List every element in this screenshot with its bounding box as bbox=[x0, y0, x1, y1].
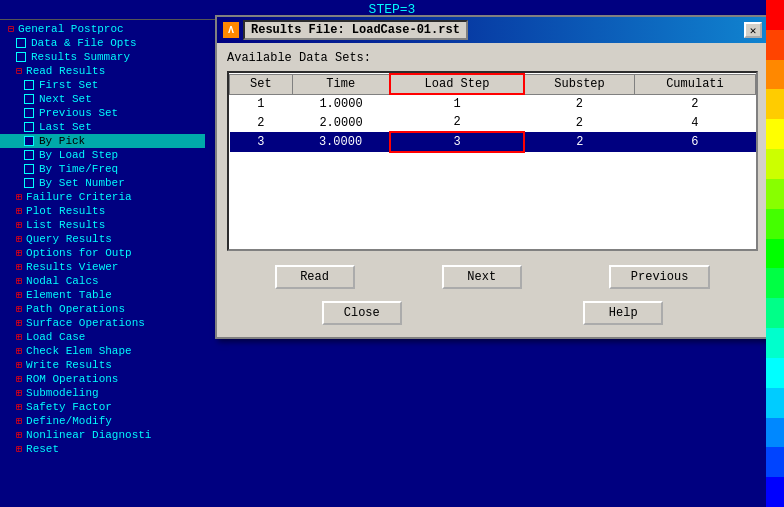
sidebar-label-11: By Set Number bbox=[39, 177, 125, 189]
sidebar-item-30[interactable]: ⊞Reset bbox=[0, 442, 205, 456]
close-button-bottom[interactable]: Close bbox=[322, 301, 402, 325]
dialog-titlebar: Λ Results File: LoadCase-01.rst ✕ bbox=[217, 17, 768, 43]
col-set: Set bbox=[230, 74, 293, 94]
col-cumulative: Cumulati bbox=[634, 74, 755, 94]
sidebar-item-24[interactable]: ⊞Write Results bbox=[0, 358, 205, 372]
sidebar-label-1: Data & File Opts bbox=[31, 37, 137, 49]
sidebar-item-4[interactable]: First Set bbox=[0, 78, 205, 92]
colorbar-segment bbox=[766, 268, 784, 298]
cell-2-2: 3 bbox=[390, 132, 524, 152]
table-row-1[interactable]: 22.0000224 bbox=[230, 113, 756, 132]
cell-2-0: 3 bbox=[230, 132, 293, 152]
sidebar-item-15[interactable]: ⊞Query Results bbox=[0, 232, 205, 246]
cell-0-4: 2 bbox=[634, 94, 755, 113]
colorbar-segment bbox=[766, 388, 784, 418]
sidebar-item-6[interactable]: Previous Set bbox=[0, 106, 205, 120]
sidebar-label-8: By Pick bbox=[39, 135, 85, 147]
sidebar: ⊟General PostprocData & File OptsResults… bbox=[0, 20, 205, 503]
sidebar-item-9[interactable]: By Load Step bbox=[0, 148, 205, 162]
sidebar-label-6: Previous Set bbox=[39, 107, 118, 119]
sidebar-label-12: Failure Criteria bbox=[26, 191, 132, 203]
sidebar-label-4: First Set bbox=[39, 79, 98, 91]
colorbar-segment bbox=[766, 298, 784, 328]
sidebar-item-19[interactable]: ⊞Element Table bbox=[0, 288, 205, 302]
sidebar-item-16[interactable]: ⊞Options for Outp bbox=[0, 246, 205, 260]
sidebar-label-24: Write Results bbox=[26, 359, 112, 371]
sidebar-label-25: ROM Operations bbox=[26, 373, 118, 385]
sidebar-label-18: Nodal Calcs bbox=[26, 275, 99, 287]
sidebar-item-18[interactable]: ⊞Nodal Calcs bbox=[0, 274, 205, 288]
cell-0-2: 1 bbox=[390, 94, 524, 113]
data-table-wrapper[interactable]: Set Time Load Step Substep Cumulati 11.0… bbox=[227, 71, 758, 251]
sidebar-item-20[interactable]: ⊞Path Operations bbox=[0, 302, 205, 316]
sidebar-label-23: Check Elem Shape bbox=[26, 345, 132, 357]
sidebar-label-15: Query Results bbox=[26, 233, 112, 245]
table-header-row: Set Time Load Step Substep Cumulati bbox=[230, 74, 756, 94]
sidebar-label-21: Surface Operations bbox=[26, 317, 145, 329]
colorbar-segment bbox=[766, 477, 784, 507]
data-table: Set Time Load Step Substep Cumulati 11.0… bbox=[229, 73, 756, 153]
sidebar-label-27: Safety Factor bbox=[26, 401, 112, 413]
available-label: Available Data Sets: bbox=[227, 51, 758, 65]
col-load-step: Load Step bbox=[390, 74, 524, 94]
sidebar-item-27[interactable]: ⊞Safety Factor bbox=[0, 400, 205, 414]
cell-1-0: 2 bbox=[230, 113, 293, 132]
next-button[interactable]: Next bbox=[442, 265, 522, 289]
sidebar-label-7: Last Set bbox=[39, 121, 92, 133]
help-button[interactable]: Help bbox=[583, 301, 663, 325]
sidebar-label-30: Reset bbox=[26, 443, 59, 455]
sidebar-label-22: Load Case bbox=[26, 331, 85, 343]
sidebar-item-7[interactable]: Last Set bbox=[0, 120, 205, 134]
sidebar-item-21[interactable]: ⊞Surface Operations bbox=[0, 316, 205, 330]
previous-button[interactable]: Previous bbox=[609, 265, 711, 289]
sidebar-label-5: Next Set bbox=[39, 93, 92, 105]
sidebar-item-8[interactable]: By Pick bbox=[0, 134, 205, 148]
cell-0-1: 1.0000 bbox=[292, 94, 390, 113]
sidebar-item-3[interactable]: ⊟Read Results bbox=[0, 64, 205, 78]
sidebar-label-10: By Time/Freq bbox=[39, 163, 118, 175]
dialog: Λ Results File: LoadCase-01.rst ✕ Availa… bbox=[215, 15, 770, 339]
colorbar-segment bbox=[766, 89, 784, 119]
colorbar-segment bbox=[766, 0, 784, 30]
cell-2-1: 3.0000 bbox=[292, 132, 390, 152]
sidebar-item-23[interactable]: ⊞Check Elem Shape bbox=[0, 344, 205, 358]
dialog-body: Available Data Sets: Set Time Load Step … bbox=[217, 43, 768, 337]
sidebar-item-12[interactable]: ⊞Failure Criteria bbox=[0, 190, 205, 204]
cell-1-2: 2 bbox=[390, 113, 524, 132]
sidebar-item-22[interactable]: ⊞Load Case bbox=[0, 330, 205, 344]
sidebar-item-11[interactable]: By Set Number bbox=[0, 176, 205, 190]
sidebar-item-28[interactable]: ⊞Define/Modify bbox=[0, 414, 205, 428]
sidebar-item-25[interactable]: ⊞ROM Operations bbox=[0, 372, 205, 386]
close-button[interactable]: ✕ bbox=[744, 22, 762, 38]
colorbar-segment bbox=[766, 418, 784, 448]
cell-0-0: 1 bbox=[230, 94, 293, 113]
colorbar-segment bbox=[766, 328, 784, 358]
col-time: Time bbox=[292, 74, 390, 94]
sidebar-item-26[interactable]: ⊞Submodeling bbox=[0, 386, 205, 400]
sidebar-item-29[interactable]: ⊞Nonlinear Diagnosti bbox=[0, 428, 205, 442]
sidebar-item-17[interactable]: ⊞Results Viewer bbox=[0, 260, 205, 274]
sidebar-item-5[interactable]: Next Set bbox=[0, 92, 205, 106]
sidebar-item-0[interactable]: ⊟General Postproc bbox=[0, 22, 205, 36]
ansys-icon: Λ bbox=[223, 22, 239, 38]
colorbar-segment bbox=[766, 447, 784, 477]
sidebar-label-19: Element Table bbox=[26, 289, 112, 301]
sidebar-item-10[interactable]: By Time/Freq bbox=[0, 162, 205, 176]
title-left: Λ Results File: LoadCase-01.rst bbox=[223, 20, 468, 40]
sidebar-item-2[interactable]: Results Summary bbox=[0, 50, 205, 64]
colorbar-segment bbox=[766, 209, 784, 239]
colorbar-segment bbox=[766, 358, 784, 388]
sidebar-label-17: Results Viewer bbox=[26, 261, 118, 273]
colorbar-segment bbox=[766, 239, 784, 269]
button-row-2: Close Help bbox=[227, 297, 758, 329]
sidebar-item-1[interactable]: Data & File Opts bbox=[0, 36, 205, 50]
read-button[interactable]: Read bbox=[275, 265, 355, 289]
sidebar-label-28: Define/Modify bbox=[26, 415, 112, 427]
sidebar-item-13[interactable]: ⊞Plot Results bbox=[0, 204, 205, 218]
sidebar-item-14[interactable]: ⊞List Results bbox=[0, 218, 205, 232]
sidebar-label-2: Results Summary bbox=[31, 51, 130, 63]
table-row-2[interactable]: 33.0000326 bbox=[230, 132, 756, 152]
sidebar-label-9: By Load Step bbox=[39, 149, 118, 161]
table-row-0[interactable]: 11.0000122 bbox=[230, 94, 756, 113]
colorbar-segment bbox=[766, 60, 784, 90]
